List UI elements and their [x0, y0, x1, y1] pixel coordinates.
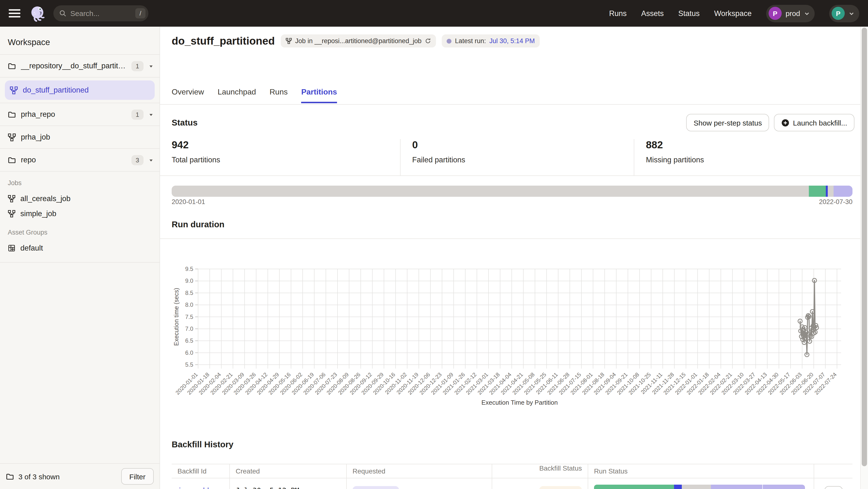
chart-mark — [807, 315, 811, 319]
col-created: Created — [230, 464, 347, 478]
sidebar-selected-wrap: do_stuff_partitioned — [0, 77, 159, 103]
nav-link-status[interactable]: Status — [678, 9, 700, 18]
deployment-switcher[interactable]: P prod — [766, 5, 815, 22]
sidebar-item-label: __repository__do_stuff_partitio... — [21, 62, 127, 70]
chart-label: 8.5 — [185, 290, 193, 296]
bar-segment — [594, 485, 674, 489]
sidebar-item-repository[interactable]: __repository__do_stuff_partitio... 1 — [0, 55, 159, 77]
job-origin-tag[interactable]: Job in __reposi...artitioned@partitioned… — [281, 34, 436, 47]
latest-run-time-link[interactable]: Jul 30, 5:14 PM — [489, 37, 535, 44]
nav-links: Runs Assets Status Workspace P prod P — [609, 5, 859, 22]
nav-link-runs[interactable]: Runs — [609, 9, 626, 18]
tab-launchpad[interactable]: Launchpad — [217, 88, 256, 103]
run-status-bar[interactable] — [594, 485, 805, 489]
stat-value: 0 — [412, 139, 634, 151]
bar-segment — [682, 485, 711, 489]
search-input[interactable]: Search... / — [53, 5, 148, 21]
item-count-badge: 1 — [131, 61, 144, 71]
jobs-heading: Jobs — [0, 179, 159, 191]
backfill-table-header: Backfill Id Created Requested Backfill S… — [172, 464, 852, 478]
stat-value: 942 — [172, 139, 400, 151]
sidebar-item-label: do_stuff_partitioned — [23, 86, 89, 95]
range-end: 2022-07-30 — [819, 198, 852, 205]
hamburger-menu-icon[interactable] — [9, 9, 20, 18]
show-per-step-status-button[interactable]: Show per-step status — [686, 114, 769, 131]
caret-down-icon[interactable] — [148, 112, 154, 117]
asset-group-icon — [8, 244, 16, 252]
sidebar-item-prha-job[interactable]: prha_job — [0, 126, 159, 149]
repo-contents: Jobs all_cereals_job simple_job — [0, 171, 159, 263]
caret-down-icon[interactable] — [148, 157, 154, 163]
folder-icon — [8, 62, 16, 70]
sidebar-item-label: all_cereals_job — [20, 194, 70, 203]
partition-bar-range: 2020-01-01 2022-07-30 — [172, 198, 852, 205]
latest-run-label: Latest run: — [455, 37, 486, 44]
launch-backfill-label: Launch backfill... — [793, 119, 847, 127]
plus-circle-icon — [781, 119, 790, 127]
page-scrollbar[interactable] — [860, 27, 868, 489]
job-icon — [10, 86, 18, 94]
col-backfill-id: Backfill Id — [172, 464, 230, 478]
top-nav: Search... / Runs Assets Status Workspace… — [0, 0, 868, 27]
scrollbar-thumb[interactable] — [862, 28, 867, 466]
tab-overview[interactable]: Overview — [172, 88, 204, 103]
partition-status-bar[interactable] — [172, 186, 852, 197]
tabs-divider — [160, 104, 868, 105]
chevron-down-icon — [848, 10, 855, 16]
sidebar-item-prha-repo[interactable]: prha_repo 1 — [0, 103, 159, 126]
chart-mark — [798, 319, 802, 323]
tab-runs[interactable]: Runs — [270, 88, 288, 103]
stats-divider — [160, 175, 868, 176]
item-count-badge: 1 — [131, 109, 144, 120]
chart-mark — [808, 339, 812, 344]
bar-segment — [711, 485, 762, 489]
item-count-badge: 3 — [131, 155, 144, 165]
chart-mark — [804, 330, 808, 334]
sidebar-item-label: simple_job — [20, 209, 56, 218]
reload-icon[interactable] — [425, 38, 431, 44]
backfill-row: jozrgsbh Jul 30, 5:12 PM 60 partitions 2… — [172, 478, 852, 489]
status-heading: Status — [172, 118, 197, 128]
stat-label: Missing partitions — [646, 156, 855, 164]
filter-button[interactable]: Filter — [121, 468, 154, 485]
tab-partitions[interactable]: Partitions — [301, 88, 337, 103]
col-expand — [814, 464, 852, 478]
sidebar-item-simple-job[interactable]: simple_job — [0, 206, 159, 221]
col-backfill-status: Backfill Status — [492, 464, 588, 478]
expand-backfill-button[interactable] — [824, 486, 842, 489]
col-run-status: Run Status — [588, 464, 814, 478]
job-tabs: Overview Launchpad Runs Partitions — [172, 88, 337, 103]
chart-label: 6.0 — [185, 350, 193, 356]
stat-missing-partitions: 882 Missing partitions — [634, 139, 855, 175]
chart-label: 7.5 — [185, 314, 193, 320]
nav-link-assets[interactable]: Assets — [641, 9, 664, 18]
requested-partitions-badge[interactable]: 60 partitions — [352, 486, 399, 489]
backfill-id-link[interactable]: jozrgsbh — [178, 487, 211, 489]
sidebar-item-all-cereals-job[interactable]: all_cereals_job — [0, 191, 159, 206]
chart-label: 8.0 — [185, 301, 193, 308]
launch-backfill-button[interactable]: Launch backfill... — [774, 114, 855, 131]
caret-down-icon[interactable] — [148, 63, 154, 69]
chart-mark — [805, 353, 809, 357]
folder-icon — [6, 472, 14, 481]
chart-mark — [810, 309, 814, 314]
bar-segment — [828, 186, 833, 197]
stat-label: Total partitions — [172, 156, 400, 164]
chart-mark — [804, 336, 808, 340]
sidebar-item-label: default — [20, 243, 43, 252]
run-duration-heading: Run duration — [172, 220, 224, 230]
sidebar-item-repo[interactable]: repo 3 — [0, 149, 159, 171]
job-icon — [8, 209, 16, 217]
page-header: do_stuff_partitioned Job in __reposi...a… — [172, 34, 540, 47]
sidebar-item-default-group[interactable]: default — [0, 240, 159, 255]
dagster-logo-icon[interactable] — [28, 4, 46, 23]
sidebar-item-do-stuff-partitioned[interactable]: do_stuff_partitioned — [5, 80, 155, 100]
dagster-app: Search... / Runs Assets Status Workspace… — [0, 0, 868, 489]
chart-label: 5.5 — [185, 361, 193, 368]
user-menu[interactable]: P — [829, 5, 859, 22]
chart-label: 9.0 — [185, 278, 193, 284]
stat-total-partitions: 942 Total partitions — [172, 139, 400, 175]
chart-mark — [803, 325, 807, 330]
chevron-down-icon — [804, 10, 810, 16]
nav-link-workspace[interactable]: Workspace — [714, 9, 752, 18]
